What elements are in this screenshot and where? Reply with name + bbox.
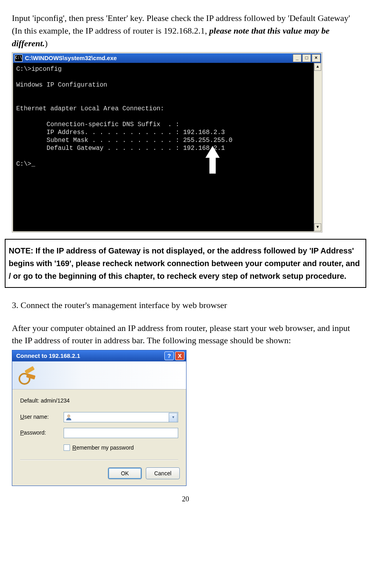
dialog-title: Connect to 192.168.2.1 <box>16 352 163 360</box>
intro-paragraph: Input 'ipconfig', then press 'Enter' key… <box>12 12 359 50</box>
dialog-titlebar[interactable]: Connect to 192.168.2.1 ? X <box>12 350 186 361</box>
username-dropdown-button[interactable]: ▾ <box>169 413 177 422</box>
cmd-icon: C:\ <box>15 55 23 62</box>
cmd-window: C:\ C:\WINDOWS\system32\cmd.exe _ □ × C:… <box>12 52 322 233</box>
ok-button[interactable]: OK <box>108 467 142 479</box>
cmd-title: C:\WINDOWS\system32\cmd.exe <box>25 54 293 62</box>
note-box: NOTE: If the IP address of Gateway is no… <box>5 239 366 288</box>
scroll-down-button[interactable]: ▼ <box>314 223 321 231</box>
close-button[interactable]: × <box>312 54 320 62</box>
cmd-titlebar[interactable]: C:\ C:\WINDOWS\system32\cmd.exe _ □ × <box>13 53 321 63</box>
maximize-button[interactable]: □ <box>302 54 311 62</box>
user-icon <box>65 414 72 421</box>
cmd-output[interactable]: C:\>ipconfig Windows IP Configuration Et… <box>13 63 314 231</box>
section-3-paragraph: After your computer obtained an IP addre… <box>12 322 359 347</box>
auth-dialog: Connect to 192.168.2.1 ? X Default: admi… <box>12 350 186 486</box>
dialog-close-button[interactable]: X <box>175 352 185 360</box>
realm-text: Default: admin/1234 <box>20 397 178 405</box>
cancel-button[interactable]: Cancel <box>146 467 180 479</box>
scrollbar[interactable]: ▲ ▼ <box>314 63 321 231</box>
minimize-button[interactable]: _ <box>293 54 301 62</box>
help-button[interactable]: ? <box>164 352 174 360</box>
username-label: User name: <box>20 413 64 421</box>
dialog-banner <box>12 361 186 389</box>
keys-icon <box>17 366 36 385</box>
section-3-heading: 3. Connect the router's management inter… <box>12 299 359 312</box>
intro-text-2: ) <box>45 38 47 48</box>
callout-arrow-icon <box>207 146 218 174</box>
svg-point-0 <box>68 414 70 417</box>
password-input[interactable] <box>64 428 178 438</box>
username-input[interactable] <box>64 412 178 422</box>
password-label: Password: <box>20 429 64 437</box>
separator <box>20 459 178 460</box>
remember-password-label: Remember my password <box>72 444 134 452</box>
page-number: 20 <box>12 494 359 504</box>
note-text: NOTE: If the IP address of Gateway is no… <box>9 246 360 280</box>
scroll-up-button[interactable]: ▲ <box>314 63 321 71</box>
remember-password-checkbox[interactable] <box>64 444 70 451</box>
